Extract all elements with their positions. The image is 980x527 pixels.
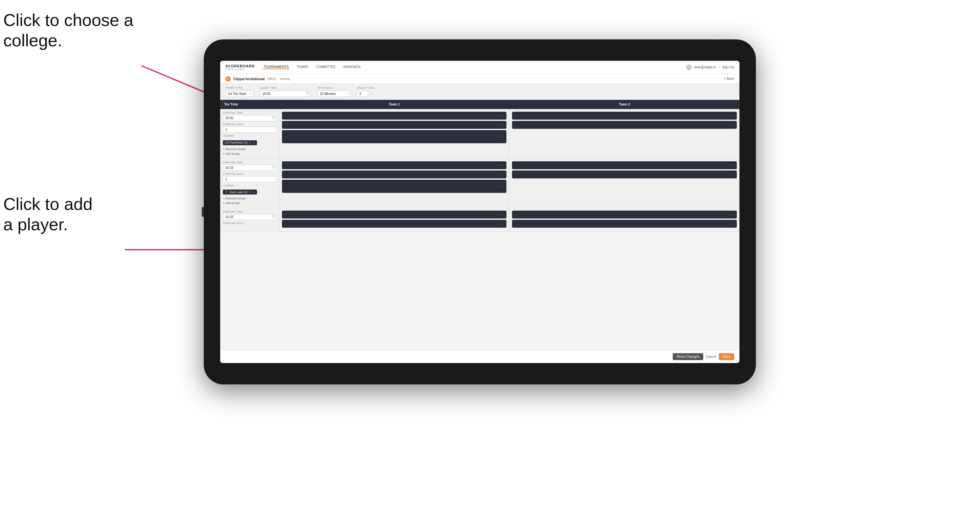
- chevron-icon-6-1[interactable]: ⌄: [732, 213, 735, 216]
- course-name-2: East Lake GC: [230, 190, 248, 194]
- player-slot-3-3[interactable]: × ⌄: [282, 180, 506, 193]
- course-wrap-2: 🏌 East Lake GC × ⌄: [223, 189, 276, 195]
- tablet-frame: SCOREBOARD Powered by clippd TOURNAMENTS…: [204, 40, 756, 384]
- x-icon-3-3[interactable]: ×: [498, 184, 501, 188]
- x-icon-6-2[interactable]: ×: [729, 222, 731, 226]
- chevron-icon-3-2[interactable]: ⌄: [502, 173, 504, 176]
- chevron-icon-5-1[interactable]: ⌄: [502, 213, 504, 216]
- remove-group-btn-2[interactable]: ○ Remove Group: [223, 197, 276, 200]
- x-icon-2-1[interactable]: ×: [729, 114, 731, 117]
- chevron-icon-4-1[interactable]: ⌄: [732, 163, 735, 167]
- course-remove-2[interactable]: ×: [250, 190, 251, 194]
- chevron-icon-2-1[interactable]: ⌄: [732, 114, 735, 117]
- back-button[interactable]: < Back: [724, 77, 734, 81]
- player-slot-6-2[interactable]: × ⌄: [512, 220, 737, 228]
- chevron-icon-1-1[interactable]: ⌄: [502, 114, 504, 117]
- tablet-side-button: [202, 207, 204, 217]
- gender-badge: (Men): [267, 77, 276, 81]
- chevron-icon-2-2[interactable]: ⌄: [732, 123, 735, 127]
- chevron-icon-5-2[interactable]: ⌄: [502, 222, 504, 226]
- player-slot-4-2[interactable]: × ⌄: [512, 170, 737, 178]
- group-row-1: STARTING TIME: 🕐 STARTING HOLE: 1 COURSE…: [220, 109, 740, 159]
- x-icon-1-3[interactable]: ×: [498, 135, 501, 139]
- start-time-wrapper: 🕐: [260, 90, 311, 97]
- team1-panel-1: × ⌄ × ⌄ × ⌄: [279, 109, 509, 158]
- player-slot-1-2[interactable]: × ⌄: [282, 121, 506, 129]
- sign-out-link[interactable]: Sign out: [722, 65, 734, 69]
- chevron-icon-1-2[interactable]: ⌄: [502, 123, 504, 127]
- player-slot-3-2[interactable]: × ⌄: [282, 170, 506, 178]
- group-size-select[interactable]: 3: [357, 90, 368, 97]
- chevron-icon-4-2[interactable]: ⌄: [732, 173, 735, 176]
- start-type-wrapper: 1st Tee Start: [226, 90, 253, 97]
- group-actions-2: ○ Remove Group + Add Group: [223, 197, 276, 205]
- course-icon-2: 🏌: [225, 190, 228, 194]
- x-icon-3-2[interactable]: ×: [498, 173, 501, 176]
- event-title: Clippd Invitational: [233, 77, 264, 81]
- chevron-icon-6-2[interactable]: ⌄: [732, 222, 735, 226]
- team2-header: Team 2: [509, 100, 740, 109]
- player-slot-2-1[interactable]: × ⌄: [512, 112, 737, 120]
- player-slot-5-2[interactable]: × ⌄: [282, 220, 506, 228]
- starting-time-input-3[interactable]: [223, 214, 276, 220]
- course-tag-2[interactable]: 🏌 East Lake GC × ⌄: [223, 190, 257, 195]
- chevron-icon-1-3[interactable]: ⌄: [502, 135, 504, 139]
- hosting-badge: Hosting: [280, 77, 290, 81]
- clock-icon-2: 🕐: [272, 165, 275, 168]
- course-remove-1[interactable]: ×: [250, 141, 252, 144]
- nav-teams[interactable]: TEAMS: [296, 65, 309, 69]
- team2-panel-1: × ⌄ × ⌄: [509, 109, 740, 158]
- start-type-select[interactable]: 1st Tee Start: [226, 90, 253, 97]
- tablet-screen: SCOREBOARD Powered by clippd TOURNAMENTS…: [220, 61, 740, 363]
- x-icon-1-1[interactable]: ×: [498, 114, 501, 117]
- x-icon-1-2[interactable]: ×: [498, 123, 501, 127]
- nav-rankings[interactable]: RANKINGS: [343, 65, 361, 69]
- player-slot-6-1[interactable]: × ⌄: [512, 211, 737, 219]
- group-size-label: Group Size: [357, 86, 375, 89]
- group-row-3: STARTING TIME: 🕐 STARTING HOLE: × ⌄ × ⌄: [220, 208, 740, 232]
- x-icon-6-1[interactable]: ×: [729, 213, 731, 216]
- player-slot-3-1[interactable]: × ⌄: [282, 161, 506, 169]
- sub-header: C Clippd Invitational (Men) Hosting < Ba…: [220, 74, 740, 84]
- x-icon-2-2[interactable]: ×: [729, 123, 731, 127]
- add-group-btn-1[interactable]: + Add Group: [223, 152, 276, 156]
- hole-select-2[interactable]: 1: [223, 176, 276, 183]
- x-icon-4-2[interactable]: ×: [729, 173, 731, 176]
- add-group-btn-2[interactable]: + Add Group: [223, 201, 276, 205]
- starting-time-wrap-3: 🕐: [223, 214, 276, 220]
- chevron-icon-3-1[interactable]: ⌄: [502, 163, 504, 167]
- table-header: Tee Time Team 1 Team 2: [220, 100, 740, 109]
- remove-group-btn-1[interactable]: ○ Remove Group: [223, 147, 276, 151]
- x-icon-5-2[interactable]: ×: [498, 222, 501, 226]
- starting-time-input-1[interactable]: [223, 115, 276, 121]
- starting-hole-label-1: STARTING HOLE:: [223, 123, 276, 125]
- save-button[interactable]: Save: [719, 353, 734, 360]
- starting-time-input-2[interactable]: [223, 165, 276, 171]
- course-label-2: COURSE:: [223, 184, 276, 187]
- starting-time-label-2: STARTING TIME:: [223, 161, 276, 163]
- player-slot-1-3[interactable]: × ⌄: [282, 130, 506, 143]
- player-slot-4-1[interactable]: × ⌄: [512, 161, 737, 169]
- nav-right: blair@clippd.io | Sign out: [686, 64, 734, 70]
- chevron-icon-3-3[interactable]: ⌄: [502, 184, 504, 188]
- starting-time-label-3: STARTING TIME:: [223, 211, 276, 213]
- player-slot-5-1[interactable]: × ⌄: [282, 211, 506, 219]
- player-slot-1-1[interactable]: × ⌄: [282, 112, 506, 120]
- tee-time-panel-1: STARTING TIME: 🕐 STARTING HOLE: 1 COURSE…: [220, 109, 279, 158]
- hole-select-1[interactable]: 1: [223, 127, 276, 133]
- start-time-input[interactable]: [260, 90, 311, 97]
- course-tag-1[interactable]: (A) Peachtree GC × ⌄: [223, 140, 257, 145]
- reset-changes-button[interactable]: Reset Changes: [673, 353, 703, 360]
- cancel-button[interactable]: Cancel: [706, 355, 716, 359]
- nav-committee[interactable]: COMMITTEE: [315, 65, 336, 69]
- x-icon-5-1[interactable]: ×: [498, 213, 501, 216]
- player-slot-2-2[interactable]: × ⌄: [512, 121, 737, 129]
- intervals-wrapper: 10 Minutes: [317, 90, 350, 97]
- form-group-start-type: Start Type 1st Tee Start: [226, 86, 253, 97]
- intervals-label: Intervals: [317, 86, 350, 89]
- x-icon-4-1[interactable]: ×: [729, 163, 731, 167]
- group-actions-1: ○ Remove Group + Add Group: [223, 147, 276, 156]
- x-icon-3-1[interactable]: ×: [498, 163, 501, 167]
- intervals-select[interactable]: 10 Minutes: [317, 90, 350, 97]
- nav-tournaments[interactable]: TOURNAMENTS: [262, 65, 289, 69]
